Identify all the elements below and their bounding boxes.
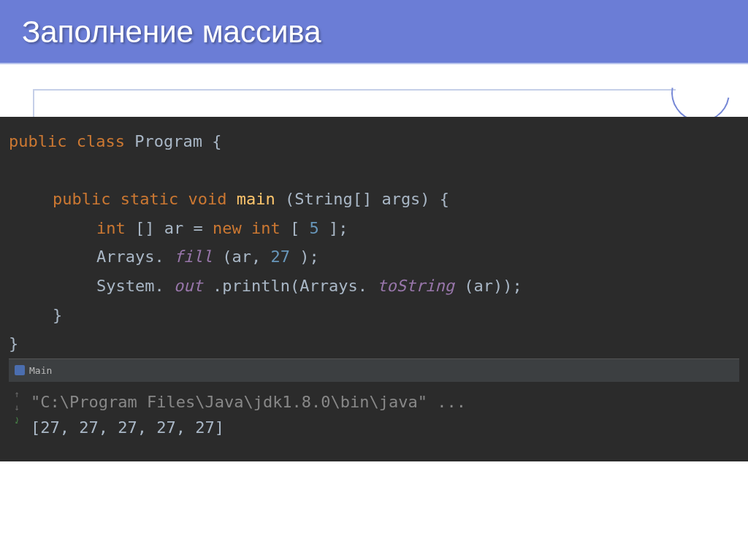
code-line-3: int [] ar = new int [ 5 ]; (9, 214, 739, 243)
args: (ar, (222, 248, 270, 266)
decor-hline (33, 89, 676, 91)
code-line-blank (9, 156, 739, 185)
field-out: out (174, 277, 203, 295)
slide-header: Заполнение массива (0, 0, 748, 64)
keyword-new: new (213, 219, 242, 237)
console-output: ↑ ↓ ⤸ "C:\Program Files\Java\jdk1.8.0\bi… (9, 382, 739, 450)
console-result: [27, 27, 27, 27, 27] (31, 415, 730, 440)
method-println: .println(Arrays. (213, 277, 367, 295)
method-main: main (237, 190, 275, 208)
arrow-up-icon[interactable]: ↑ (12, 388, 22, 398)
brace-open: { (212, 132, 221, 150)
bracket: [ (290, 219, 299, 237)
keyword-void: void (188, 190, 226, 208)
console-gutter: ↑ ↓ ⤸ (12, 388, 22, 424)
code-line-5: System. out .println(Arrays. toString (a… (9, 272, 739, 301)
number-literal: 5 (309, 219, 318, 237)
args-close: ); (299, 248, 319, 266)
keyword-int: int (96, 219, 126, 237)
stmt-end: (ar)); (464, 277, 522, 295)
wrap-icon[interactable]: ⤸ (12, 414, 22, 424)
class-arrays: Arrays. (96, 248, 164, 266)
console-tab-label[interactable]: Main (29, 362, 52, 379)
keyword-class: class (77, 132, 125, 150)
arrow-down-icon[interactable]: ↓ (12, 401, 22, 411)
type-int: int (251, 219, 280, 237)
keyword-public: public (53, 190, 110, 208)
code-line-1: public class Program { (9, 127, 739, 156)
keyword-public: public (9, 132, 66, 150)
bracket-close: ]; (329, 219, 348, 237)
var-decl: [] ar = (135, 219, 213, 237)
code-line-7: } (9, 329, 739, 358)
brace-close: } (53, 306, 62, 324)
brace-close: } (9, 334, 18, 353)
console-java-path: "C:\Program Files\Java\jdk1.8.0\bin\java… (31, 389, 730, 415)
slide-title: Заполнение массива (22, 15, 726, 50)
class-name: Program (134, 132, 202, 150)
code-line-6: } (9, 301, 739, 330)
code-line-4: Arrays. fill (ar, 27 ); (9, 242, 739, 272)
console-tab-bar: Main (9, 358, 739, 382)
run-config-icon (15, 365, 25, 375)
method-tostring: toString (377, 277, 454, 295)
header-underline (0, 63, 748, 64)
code-block: public class Program { public static voi… (0, 117, 748, 461)
code-line-2: public static void main (String[] args) … (9, 185, 739, 214)
number-literal: 27 (270, 248, 290, 266)
keyword-static: static (121, 190, 178, 208)
method-fill: fill (174, 248, 213, 266)
class-system: System. (96, 277, 164, 295)
method-params: (String[] args) { (285, 190, 449, 208)
